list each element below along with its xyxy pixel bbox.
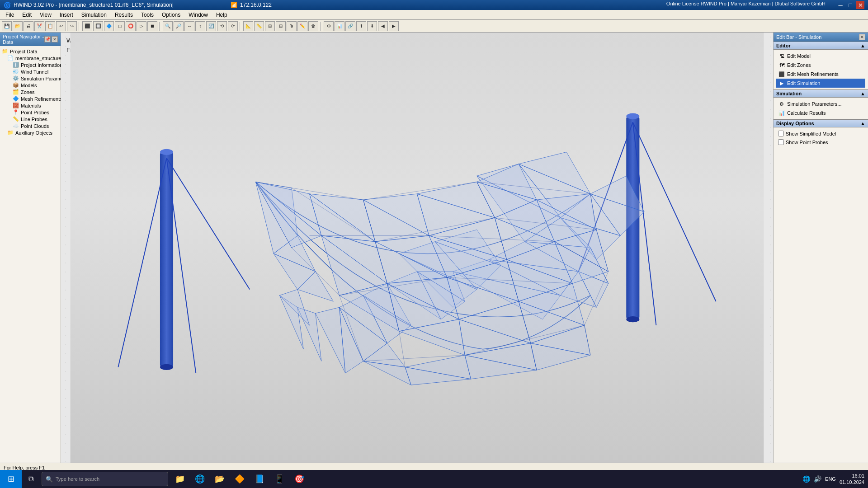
clock-date: 01.10.2024 <box>840 479 864 485</box>
toolbar-button-22[interactable]: 📏 <box>254 21 264 31</box>
tree-item-11[interactable]: ☁️Point Clouds <box>2 122 59 129</box>
toolbar-button-12[interactable]: ▷ <box>137 21 146 31</box>
tree-item-6[interactable]: 🗂️Zones <box>2 89 59 95</box>
tree-item-3[interactable]: 💨Wind Tunnel <box>2 68 59 75</box>
toolbar-button-7[interactable]: ⬛ <box>82 21 92 31</box>
menu-item-options[interactable]: Options <box>158 11 184 19</box>
menu-item-tools[interactable]: Tools <box>137 11 157 19</box>
toolbar-button-10[interactable]: ◻ <box>115 21 125 31</box>
volume-tray-icon[interactable]: 🔊 <box>814 475 821 483</box>
right-panel-close-button[interactable]: ✕ <box>859 34 865 40</box>
taskbar: ⊞ ⧉ 🔍 Type here to search 📁 🌐 📂 🔶 📘 📱 🎯 … <box>0 470 868 488</box>
taskbar-app2[interactable]: 📘 <box>250 470 269 488</box>
toolbar-button-33[interactable]: ◀ <box>378 21 388 31</box>
toolbar-button-1[interactable]: 📂 <box>13 21 23 31</box>
taskbar-folder[interactable]: 📂 <box>210 470 230 488</box>
edit-model-item[interactable]: 🏗 Edit Model <box>776 52 865 61</box>
app1-icon: 🔶 <box>235 474 245 484</box>
display-options-section-header[interactable]: Display Options ▲ <box>774 119 868 127</box>
close-button[interactable]: ✕ <box>856 1 864 9</box>
tree-item-8[interactable]: 🧱Materials <box>2 102 59 109</box>
menu-item-view[interactable]: View <box>36 11 55 19</box>
tree-item-1[interactable]: 📄membrane_structure1 <box>2 55 59 61</box>
show-simplified-model-checkbox[interactable] <box>778 131 784 136</box>
minimize-button[interactable]: ─ <box>836 1 844 9</box>
toolbar-button-26[interactable]: ✏️ <box>297 21 307 31</box>
display-options-section-label: Display Options <box>776 121 814 126</box>
tree-item-9[interactable]: 📍Point Probes <box>2 109 59 116</box>
menu-item-simulation[interactable]: Simulation <box>78 11 110 19</box>
toolbar-button-3[interactable]: ✂️ <box>34 21 44 31</box>
toolbar-button-34[interactable]: ▶ <box>389 21 399 31</box>
toolbar-button-11[interactable]: ⭕ <box>126 21 136 31</box>
menu-item-file[interactable]: File <box>2 11 18 19</box>
taskbar-search[interactable]: 🔍 Type here to search <box>42 472 168 486</box>
panel-pin-button[interactable]: 📌 <box>44 36 51 42</box>
toolbar-button-32[interactable]: ⬇ <box>367 21 377 31</box>
maximize-button[interactable]: □ <box>846 1 854 9</box>
toolbar-button-30[interactable]: 🔗 <box>345 21 355 31</box>
toolbar-button-13[interactable]: ⏹ <box>147 21 157 31</box>
tree-item-10[interactable]: 📏Line Probes <box>2 116 59 122</box>
toolbar-button-28[interactable]: ⚙ <box>324 21 334 31</box>
toolbar-button-31[interactable]: ⬆ <box>356 21 366 31</box>
tree-icon-10: 📏 <box>13 116 20 122</box>
toolbar-button-18[interactable]: 🔄 <box>206 21 216 31</box>
toolbar-button-8[interactable]: 🔲 <box>93 21 103 31</box>
toolbar-button-25[interactable]: 🖱 <box>287 21 297 31</box>
taskbar-app3[interactable]: 📱 <box>269 470 289 488</box>
toolbar-button-15[interactable]: 🔎 <box>174 21 184 31</box>
tree-item-0[interactable]: 📁Project Data <box>2 48 59 55</box>
menu-item-insert[interactable]: Insert <box>56 11 77 19</box>
toolbar-button-5[interactable]: ↩ <box>56 21 66 31</box>
taskbar-app1[interactable]: 🔶 <box>230 470 250 488</box>
network-tray-icon[interactable]: 🌐 <box>802 475 810 483</box>
start-button[interactable]: ⊞ <box>0 470 22 488</box>
toolbar-button-2[interactable]: 🖨 <box>24 21 33 31</box>
panel-close-button[interactable]: ✕ <box>52 36 58 42</box>
tree-item-12[interactable]: 📁Auxiliary Objects <box>2 129 59 136</box>
tree-item-5[interactable]: 📦Models <box>2 82 59 89</box>
tree-item-7[interactable]: 🔷Mesh Refinements <box>2 95 59 102</box>
right-panel-header-buttons[interactable]: ✕ <box>859 34 865 40</box>
edit-zones-item[interactable]: 🗺 Edit Zones <box>776 61 865 70</box>
editor-section-header[interactable]: Editor ▲ <box>774 42 868 50</box>
menu-item-results[interactable]: Results <box>111 11 137 19</box>
taskbar-file-explorer[interactable]: 📁 <box>170 470 190 488</box>
toolbar-button-20[interactable]: ⟳ <box>228 21 238 31</box>
show-point-probes-checkbox[interactable] <box>778 139 784 145</box>
calc-results-item[interactable]: 📊 Calculate Results <box>776 108 865 117</box>
show-point-probes-item[interactable]: Show Point Probes <box>776 138 865 146</box>
simulation-section-header[interactable]: Simulation ▲ <box>774 89 868 98</box>
toolbar-button-23[interactable]: ⊞ <box>265 21 275 31</box>
toolbar-button-17[interactable]: ↕ <box>195 21 205 31</box>
toolbar-button-4[interactable]: 📋 <box>45 21 55 31</box>
toolbar-button-0[interactable]: 💾 <box>2 21 12 31</box>
toolbar-button-6[interactable]: ↪ <box>67 21 77 31</box>
show-simplified-model-item[interactable]: Show Simplified Model <box>776 129 865 138</box>
toolbar-button-9[interactable]: 🔷 <box>104 21 114 31</box>
menu-item-edit[interactable]: Edit <box>19 11 35 19</box>
edit-simulation-item[interactable]: ▶ Edit Simulation <box>776 79 865 88</box>
tree-item-4[interactable]: ⚙️Simulation Parameters <box>2 75 59 82</box>
toolbar-button-24[interactable]: ⊟ <box>276 21 286 31</box>
menu-item-window[interactable]: Window <box>185 11 212 19</box>
title-bar-buttons[interactable]: Online License RWIND Pro | Mahyar Kazemi… <box>666 1 864 9</box>
taskbar-edge[interactable]: 🌐 <box>190 470 210 488</box>
edit-mesh-icon: ⬛ <box>778 70 785 78</box>
task-view-button[interactable]: ⧉ <box>22 470 40 488</box>
viewport[interactable]: Wind Tunnel Dimensions: Dx = 80.553 m, D… <box>61 33 773 463</box>
panel-header-buttons[interactable]: 📌 ✕ <box>44 36 58 42</box>
toolbar-button-16[interactable]: ↔ <box>184 21 194 31</box>
toolbar-button-27[interactable]: 🗑 <box>308 21 318 31</box>
taskbar-app4[interactable]: 🎯 <box>289 470 309 488</box>
menu-item-help[interactable]: Help <box>212 11 231 19</box>
toolbar-button-19[interactable]: ⟲ <box>217 21 227 31</box>
tree-item-2[interactable]: ℹ️Project Information <box>2 61 59 68</box>
toolbar-button-14[interactable]: 🔍 <box>163 21 173 31</box>
edit-mesh-item[interactable]: ⬛ Edit Mesh Refinements <box>776 70 865 79</box>
sim-params-item[interactable]: ⚙ Simulation Parameters... <box>776 99 865 108</box>
toolbar-button-29[interactable]: 📊 <box>335 21 344 31</box>
lang-indicator[interactable]: ENG <box>825 476 836 482</box>
toolbar-button-21[interactable]: 📐 <box>243 21 253 31</box>
